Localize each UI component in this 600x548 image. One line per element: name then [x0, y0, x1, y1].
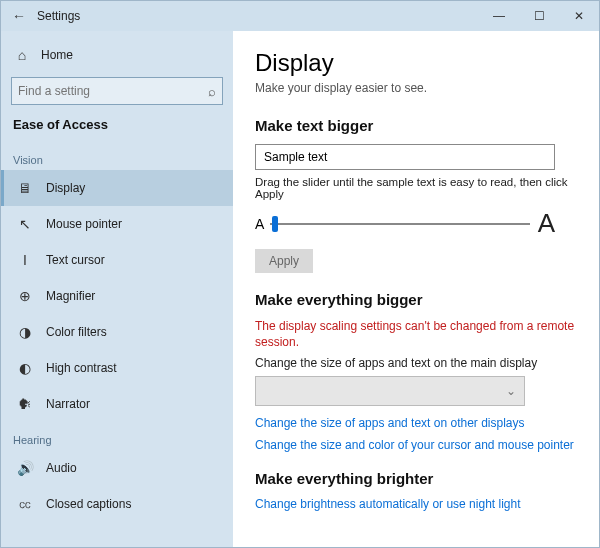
- small-a-label: A: [255, 216, 264, 232]
- search-input[interactable]: [18, 84, 208, 98]
- text-cursor-icon: I: [16, 252, 34, 268]
- search-box[interactable]: ⌕: [11, 77, 223, 105]
- sidebar-item-label: Closed captions: [46, 497, 131, 511]
- maximize-button[interactable]: ☐: [519, 1, 559, 31]
- narrator-icon: 🗣: [16, 396, 34, 412]
- display-scale-dropdown[interactable]: ⌄: [255, 376, 525, 406]
- close-button[interactable]: ✕: [559, 1, 599, 31]
- sidebar-item-high-contrast[interactable]: ◐ High contrast: [1, 350, 233, 386]
- text-size-slider[interactable]: [270, 214, 529, 234]
- sidebar-item-label: Audio: [46, 461, 77, 475]
- scaling-desc: Change the size of apps and text on the …: [255, 356, 577, 370]
- search-icon: ⌕: [208, 84, 216, 99]
- sidebar-item-label: Mouse pointer: [46, 217, 122, 231]
- page-heading: Display: [255, 49, 577, 77]
- audio-icon: 🔊: [16, 460, 34, 476]
- sidebar-item-narrator[interactable]: 🗣 Narrator: [1, 386, 233, 422]
- sidebar-item-text-cursor[interactable]: I Text cursor: [1, 242, 233, 278]
- magnifier-icon: ⊕: [16, 288, 34, 304]
- display-icon: 🖥: [16, 180, 34, 196]
- sidebar-item-closed-captions[interactable]: ㏄ Closed captions: [1, 486, 233, 522]
- scaling-error-text: The display scaling settings can't be ch…: [255, 318, 577, 350]
- color-filters-icon: ◑: [16, 324, 34, 340]
- big-a-label: A: [538, 208, 555, 239]
- sidebar-item-display[interactable]: 🖥 Display: [1, 170, 233, 206]
- window-body: ⌂ Home ⌕ Ease of Access Vision 🖥 Display…: [1, 31, 599, 547]
- link-brightness-night-light[interactable]: Change brightness automatically or use n…: [255, 497, 577, 511]
- closed-captions-icon: ㏄: [16, 495, 34, 513]
- minimize-button[interactable]: —: [479, 1, 519, 31]
- sidebar-item-color-filters[interactable]: ◑ Color filters: [1, 314, 233, 350]
- text-size-slider-row: A A: [255, 208, 555, 239]
- chevron-down-icon: ⌄: [506, 384, 516, 398]
- group-label-vision: Vision: [1, 142, 233, 170]
- sidebar-item-audio[interactable]: 🔊 Audio: [1, 450, 233, 486]
- sidebar-item-label: Narrator: [46, 397, 90, 411]
- settings-window: ← Settings — ☐ ✕ ⌂ Home ⌕ Ease of Access…: [0, 0, 600, 548]
- page-subtitle: Make your display easier to see.: [255, 81, 577, 95]
- slider-hint: Drag the slider until the sample text is…: [255, 176, 577, 200]
- main-content: Display Make your display easier to see.…: [233, 31, 599, 547]
- home-label: Home: [41, 48, 73, 62]
- sidebar-item-label: Text cursor: [46, 253, 105, 267]
- link-other-displays[interactable]: Change the size of apps and text on othe…: [255, 416, 577, 430]
- slider-track: [270, 223, 529, 225]
- group-label-hearing: Hearing: [1, 422, 233, 450]
- section-make-text-bigger: Make text bigger: [255, 117, 577, 134]
- mouse-pointer-icon: ↖: [16, 216, 34, 232]
- apply-button[interactable]: Apply: [255, 249, 313, 273]
- sidebar-item-label: High contrast: [46, 361, 117, 375]
- sidebar-item-label: Color filters: [46, 325, 107, 339]
- sidebar-item-mouse-pointer[interactable]: ↖ Mouse pointer: [1, 206, 233, 242]
- titlebar: ← Settings — ☐ ✕: [1, 1, 599, 31]
- link-cursor-pointer[interactable]: Change the size and color of your cursor…: [255, 438, 577, 452]
- section-make-everything-bigger: Make everything bigger: [255, 291, 577, 308]
- sample-text-box: Sample text: [255, 144, 555, 170]
- home-nav[interactable]: ⌂ Home: [1, 39, 233, 71]
- back-button[interactable]: ←: [9, 8, 29, 24]
- window-title: Settings: [37, 9, 80, 23]
- section-title: Ease of Access: [1, 113, 233, 142]
- sidebar-item-label: Magnifier: [46, 289, 95, 303]
- high-contrast-icon: ◐: [16, 360, 34, 376]
- sidebar: ⌂ Home ⌕ Ease of Access Vision 🖥 Display…: [1, 31, 233, 547]
- home-icon: ⌂: [13, 47, 31, 63]
- section-make-everything-brighter: Make everything brighter: [255, 470, 577, 487]
- sidebar-item-magnifier[interactable]: ⊕ Magnifier: [1, 278, 233, 314]
- slider-thumb[interactable]: [272, 216, 278, 232]
- sidebar-item-label: Display: [46, 181, 85, 195]
